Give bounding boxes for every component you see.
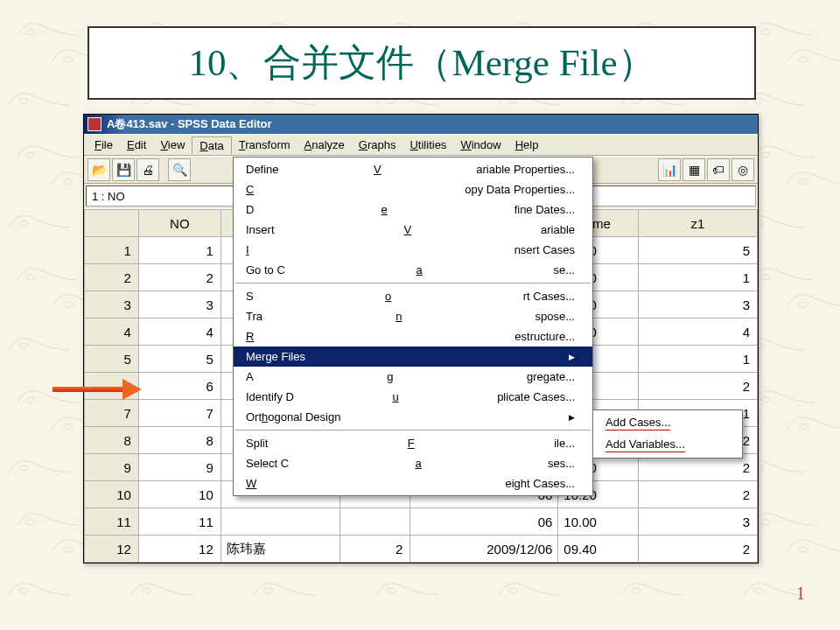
row-header[interactable]: 9 — [85, 454, 139, 481]
slide-title-box: 10、合并文件（Merge File） — [88, 26, 756, 100]
cell[interactable]: 2 — [340, 536, 410, 563]
cell-no[interactable]: 9 — [138, 454, 220, 481]
cell-z1[interactable]: 2 — [639, 373, 758, 400]
cell-no[interactable]: 10 — [138, 481, 220, 508]
menuitem-select-cases[interactable]: Select Cases... — [234, 453, 592, 473]
menu-window[interactable]: Window — [453, 136, 508, 153]
menu-file[interactable]: File — [88, 136, 120, 153]
cell-z1[interactable]: 5 — [639, 237, 758, 264]
vars-icon[interactable]: 🏷 — [707, 158, 730, 181]
menuitem-identify-duplicate-cases[interactable]: Identify Duplicate Cases... — [234, 387, 592, 407]
save-icon[interactable]: 💾 — [112, 158, 135, 181]
menuitem-orthogonal-design[interactable]: Orthogonal Design — [234, 407, 592, 427]
menuitem-restructure[interactable]: Restructure... — [234, 326, 592, 346]
window-titlebar[interactable]: A卷413.sav - SPSS Data Editor — [84, 115, 758, 134]
menu-analyze[interactable]: Analyze — [298, 136, 352, 153]
cell-z1[interactable]: 4 — [639, 318, 758, 346]
chart-icon[interactable]: 📊 — [658, 158, 681, 181]
cell[interactable]: 06 — [410, 508, 558, 536]
menu-graphs[interactable]: Graphs — [352, 136, 403, 153]
cell-time[interactable]: 09.40 — [558, 536, 639, 563]
data-menu-dropdown: Define Variable Properties... Copy Data … — [233, 157, 593, 496]
menuitem-sort-cases[interactable]: Sort Cases... — [234, 286, 592, 306]
row-header[interactable]: 3 — [85, 291, 139, 318]
menuitem-transpose[interactable]: Transpose... — [234, 306, 592, 326]
submenu-add-variables[interactable]: Add Variables... — [593, 434, 742, 456]
cell-no[interactable]: 7 — [138, 400, 220, 427]
cell-no[interactable]: 8 — [138, 427, 220, 454]
menu-transform[interactable]: Transform — [232, 136, 298, 153]
cell-no[interactable]: 1 — [138, 237, 220, 264]
cell-no[interactable]: 6 — [138, 373, 220, 400]
row-header[interactable]: 8 — [85, 427, 139, 454]
cell-no[interactable]: 5 — [138, 346, 220, 373]
preview-icon[interactable]: 🔍 — [168, 158, 191, 181]
slide-title: 10、合并文件（Merge File） — [188, 38, 654, 88]
cell-no[interactable]: 2 — [138, 264, 220, 291]
cell-z1[interactable]: 2 — [639, 481, 758, 508]
target-icon[interactable]: ◎ — [732, 158, 754, 181]
grid-icon[interactable]: ▦ — [682, 158, 705, 181]
merge-files-submenu: Add Cases... Add Variables... — [592, 410, 743, 458]
cell[interactable] — [220, 508, 340, 536]
cell-no[interactable]: 3 — [138, 291, 220, 318]
menuitem-aggregate[interactable]: Aggregate... — [234, 367, 592, 387]
menu-utilities[interactable]: Utilities — [402, 136, 453, 153]
menuitem-merge-files[interactable]: Merge Files — [234, 346, 592, 367]
menuitem-copy-data-properties[interactable]: Copy Data Properties... — [234, 179, 592, 200]
cell-time[interactable]: 10.00 — [558, 508, 639, 536]
row-header[interactable]: 12 — [85, 536, 139, 563]
menuitem-insert-cases[interactable]: Insert Cases — [234, 240, 592, 260]
cell-z1[interactable]: 1 — [639, 346, 758, 373]
row-header[interactable]: 10 — [85, 481, 139, 508]
menuitem-split-file[interactable]: Split File... — [234, 433, 592, 453]
table-row: 11110610.003 — [85, 508, 758, 536]
cell-no[interactable]: 11 — [138, 508, 220, 536]
cell-no[interactable]: 12 — [138, 536, 220, 563]
menubar: File Edit View Data Transform Analyze Gr… — [84, 134, 758, 156]
row-header[interactable]: 4 — [85, 318, 139, 346]
print-icon[interactable]: 🖨 — [136, 158, 159, 181]
menu-data[interactable]: Data — [192, 136, 231, 154]
cell-z1[interactable]: 2 — [639, 536, 758, 563]
row-header[interactable]: 2 — [85, 264, 139, 291]
row-header[interactable]: 1 — [85, 237, 139, 264]
cell[interactable]: 2009/12/06 — [410, 536, 558, 563]
menuitem-define-variable-properties[interactable]: Define Variable Properties... — [234, 159, 592, 179]
row-header[interactable]: 5 — [85, 346, 139, 373]
cell-z1[interactable]: 3 — [639, 291, 758, 318]
menuitem-weight-cases[interactable]: Weight Cases... — [234, 473, 592, 494]
menu-view[interactable]: View — [153, 136, 192, 153]
cell-z1[interactable]: 1 — [639, 264, 758, 291]
cell[interactable] — [340, 508, 410, 536]
app-icon — [88, 117, 102, 131]
slide-number: 1 — [796, 584, 805, 604]
menuitem-insert-variable[interactable]: Insert Variable — [234, 220, 592, 240]
col-z1[interactable]: z1 — [639, 210, 758, 237]
table-row: 1212陈玮嘉22009/12/0609.402 — [85, 536, 758, 563]
menuitem-define-dates[interactable]: Define Dates... — [234, 200, 592, 220]
cell-z1[interactable]: 3 — [639, 508, 758, 536]
submenu-add-cases[interactable]: Add Cases... — [593, 412, 742, 434]
cell[interactable]: 陈玮嘉 — [220, 536, 340, 563]
menu-help[interactable]: Help — [508, 136, 546, 153]
spss-data-editor-window: A卷413.sav - SPSS Data Editor File Edit V… — [83, 114, 759, 564]
menu-edit[interactable]: Edit — [120, 136, 153, 153]
col-no[interactable]: NO — [138, 210, 220, 237]
cell-no[interactable]: 4 — [138, 318, 220, 346]
open-icon[interactable]: 📂 — [88, 158, 110, 181]
row-header[interactable]: 11 — [85, 508, 139, 536]
window-title: A卷413.sav - SPSS Data Editor — [107, 116, 272, 132]
row-header[interactable]: 7 — [85, 400, 139, 427]
annotation-arrow — [52, 381, 149, 398]
menuitem-go-to-case[interactable]: Go to Case... — [234, 260, 592, 280]
